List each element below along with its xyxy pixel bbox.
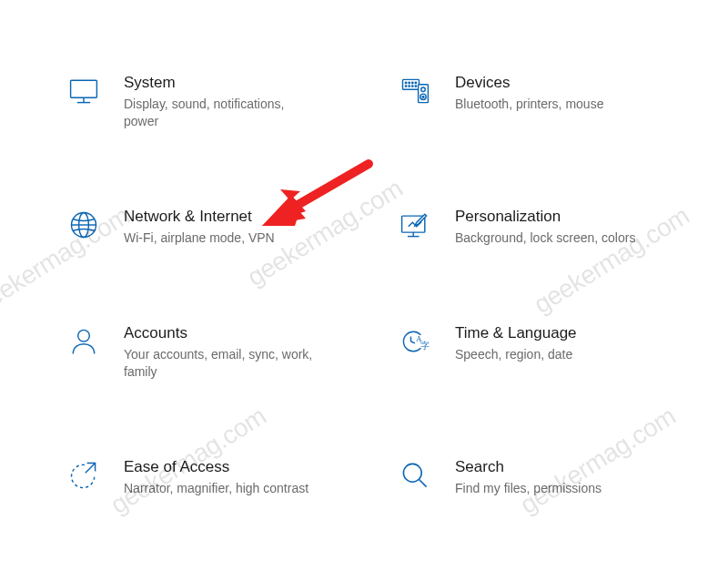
svg-point-28 bbox=[403, 464, 421, 483]
globe-icon bbox=[66, 207, 102, 243]
settings-item-network[interactable]: Network & Internet Wi-Fi, airplane mode,… bbox=[66, 205, 360, 247]
svg-point-8 bbox=[405, 86, 406, 87]
search-icon bbox=[397, 457, 433, 494]
settings-item-desc: Background, lock screen, colors bbox=[455, 229, 646, 247]
svg-rect-3 bbox=[403, 79, 420, 89]
settings-item-devices[interactable]: Devices Bluetooth, printers, mouse bbox=[397, 71, 692, 130]
settings-item-title: Network & Internet bbox=[124, 207, 360, 226]
settings-item-title: Accounts bbox=[124, 323, 360, 342]
settings-item-search[interactable]: Search Find my files, permissions bbox=[397, 455, 692, 497]
svg-rect-0 bbox=[71, 80, 97, 97]
settings-item-personalization[interactable]: Personalization Background, lock screen,… bbox=[397, 205, 692, 247]
settings-item-desc: Find my files, permissions bbox=[455, 480, 646, 497]
person-icon bbox=[66, 323, 102, 360]
settings-item-desc: Speech, region, date bbox=[455, 346, 646, 363]
ease-of-access-icon bbox=[66, 457, 102, 494]
settings-item-system[interactable]: System Display, sound, notifications, po… bbox=[66, 71, 360, 130]
svg-text:字: 字 bbox=[420, 341, 430, 351]
svg-point-11 bbox=[415, 86, 416, 87]
svg-point-22 bbox=[78, 331, 90, 342]
settings-item-title: Time & Language bbox=[455, 323, 692, 342]
svg-line-27 bbox=[86, 464, 96, 474]
settings-categories-grid: System Display, sound, notifications, po… bbox=[0, 0, 728, 534]
devices-icon bbox=[397, 73, 433, 109]
svg-line-29 bbox=[420, 480, 427, 487]
settings-item-title: System bbox=[124, 73, 360, 92]
system-icon bbox=[66, 73, 102, 109]
settings-item-desc: Display, sound, notifications, power bbox=[124, 96, 315, 130]
svg-point-10 bbox=[412, 86, 413, 87]
settings-item-title: Personalization bbox=[455, 207, 692, 226]
settings-item-desc: Narrator, magnifier, high contrast bbox=[124, 480, 315, 497]
settings-item-title: Search bbox=[455, 457, 692, 476]
svg-line-24 bbox=[411, 341, 416, 343]
settings-item-title: Ease of Access bbox=[124, 457, 360, 476]
svg-point-4 bbox=[405, 82, 406, 83]
settings-item-accounts[interactable]: Accounts Your accounts, email, sync, wor… bbox=[66, 321, 360, 381]
svg-point-15 bbox=[422, 96, 424, 97]
svg-point-7 bbox=[415, 82, 416, 83]
settings-item-desc: Wi-Fi, airplane mode, VPN bbox=[124, 229, 315, 247]
settings-item-desc: Your accounts, email, sync, work, family bbox=[124, 346, 315, 381]
settings-item-title: Devices bbox=[455, 73, 692, 92]
svg-point-5 bbox=[409, 82, 410, 83]
settings-item-time-language[interactable]: A 字 Time & Language Speech, region, date bbox=[397, 321, 692, 381]
settings-item-desc: Bluetooth, printers, mouse bbox=[455, 96, 646, 113]
settings-item-ease-of-access[interactable]: Ease of Access Narrator, magnifier, high… bbox=[66, 455, 360, 497]
time-language-icon: A 字 bbox=[397, 323, 433, 360]
svg-point-6 bbox=[412, 82, 413, 83]
svg-point-9 bbox=[409, 86, 410, 87]
personalization-icon bbox=[397, 207, 433, 243]
